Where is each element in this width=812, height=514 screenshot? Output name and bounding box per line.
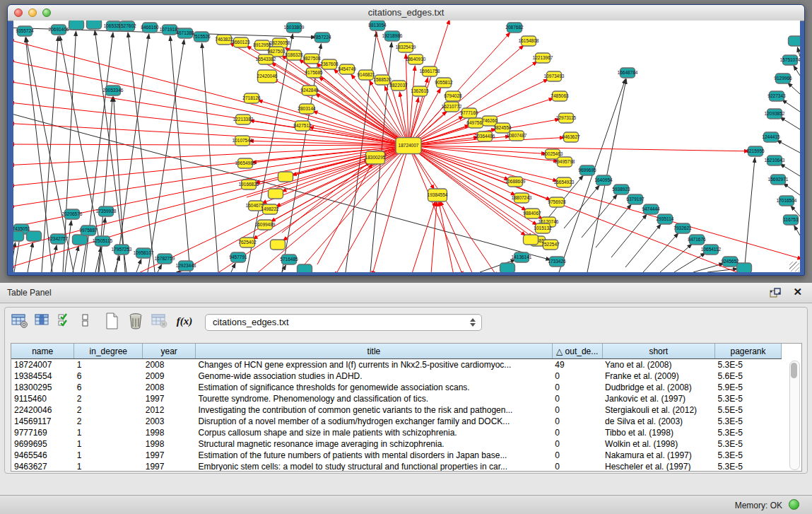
table-cell: Embryonic stem cells: a model to study s… xyxy=(195,461,552,472)
table-cell: 1 xyxy=(74,359,143,371)
table-row[interactable]: 1872400712008Changes of HCN gene express… xyxy=(11,359,782,371)
table-row[interactable]: 1938455462009Genome-wide association stu… xyxy=(11,370,782,382)
table-cell: 2003 xyxy=(143,416,196,427)
table-select-dropdown[interactable]: citations_edges.txt xyxy=(205,314,482,331)
graph-node-label: 19166825 xyxy=(239,182,259,187)
scrollbar-thumb[interactable] xyxy=(791,363,797,378)
graph-node-teal[interactable] xyxy=(13,231,24,241)
graph-node-label: 9756928 xyxy=(548,199,566,204)
graph-node-teal[interactable] xyxy=(737,263,752,272)
table-cell: Dudbridge et al. (2008) xyxy=(602,382,715,393)
graph-node-label: 19495798 xyxy=(555,159,575,164)
graph-node-label: 9457791 xyxy=(229,255,247,259)
table-cell: 0 xyxy=(552,393,602,404)
graph-node-label: 9474444 xyxy=(642,206,660,211)
column-header-short[interactable]: short xyxy=(602,344,715,359)
table-cell: 1 xyxy=(74,450,143,461)
table-panel-header: Table Panel ✕ xyxy=(0,283,812,303)
graph-node-label: 20364486 xyxy=(475,134,495,139)
graph-node-label: 7932621 xyxy=(673,226,692,230)
graph-node-label: 6379197 xyxy=(626,197,645,201)
graph-node-teal[interactable] xyxy=(73,235,88,245)
table-cell: Structural magnetic resonance image aver… xyxy=(195,438,552,450)
table-cell: 5.3E-5 xyxy=(715,359,782,371)
memory-indicator-icon[interactable] xyxy=(789,499,799,510)
graph-node-label: 15751074 xyxy=(780,57,800,62)
graph-node-yellow[interactable] xyxy=(278,172,293,182)
column-visibility-icon[interactable] xyxy=(34,312,52,330)
graph-node-teal[interactable] xyxy=(789,36,801,46)
graph-node-label: 8912955 xyxy=(253,42,271,47)
graph-node-yellow[interactable] xyxy=(524,235,539,245)
column-header-out_de[interactable]: △ out_de... xyxy=(552,344,602,359)
table-cell: 5.3E-5 xyxy=(715,438,782,450)
table-row[interactable]: 911546021997Tourette syndrome. Phenomeno… xyxy=(11,393,782,404)
window-titlebar[interactable]: citations_edges.txt xyxy=(8,5,804,21)
graph-node-label: 16648784 xyxy=(618,70,638,75)
table-cell: 1 xyxy=(74,461,143,472)
graph-node-teal[interactable] xyxy=(27,231,42,241)
graph-node-teal[interactable] xyxy=(69,21,84,30)
selection-mode-icon[interactable] xyxy=(57,312,76,330)
delete-columns-icon[interactable] xyxy=(127,312,146,330)
graph-node-label: 9146821 xyxy=(357,72,375,77)
table-cell: 2012 xyxy=(143,404,196,416)
column-header-in_degree[interactable]: in_degree xyxy=(74,344,143,359)
graph-node-label: 17957253 xyxy=(112,247,132,252)
graph-node-teal[interactable] xyxy=(500,263,515,272)
graph-node-label: 8822037 xyxy=(389,83,408,88)
table-cell: Estimation of significance thresholds fo… xyxy=(195,382,552,393)
graph-node-label: 9699695 xyxy=(578,168,596,173)
table-cell: 0 xyxy=(552,438,602,450)
graph-node-yellow[interactable] xyxy=(271,240,286,250)
network-canvas[interactable]: 1872400718300295193845542242004674638228… xyxy=(13,21,800,272)
window-resize-grip[interactable] xyxy=(789,262,799,271)
graph-node-label: 9245652 xyxy=(721,259,739,264)
table-cell: 2009 xyxy=(143,370,196,382)
table-cell: Wolkin et al. (1998) xyxy=(602,438,715,450)
table-cell: de Silva et al. (2003) xyxy=(602,416,715,427)
column-header-name[interactable]: name xyxy=(11,344,74,359)
row-height-icon[interactable] xyxy=(81,312,99,330)
graph-node-yellow[interactable] xyxy=(269,189,283,199)
column-header-year[interactable]: year xyxy=(143,344,196,359)
table-row[interactable]: 946362711997Embryonic stem cells: a mode… xyxy=(11,461,782,472)
graph-node-label: 19384554 xyxy=(428,192,448,197)
table-row[interactable]: 946554611997Estimation of the future num… xyxy=(11,450,782,461)
graph-node-label: 3824554 xyxy=(493,125,512,130)
table-row[interactable]: 1830029562008Estimation of significance … xyxy=(11,382,782,393)
table-cell: 5.3E-5 xyxy=(715,450,782,461)
table-row[interactable]: 2242004622012Investigating the contribut… xyxy=(11,404,782,416)
table-row[interactable]: 977716911998Corpus callosum shape and si… xyxy=(11,427,782,438)
graph-node-label: 16961758 xyxy=(420,69,440,74)
graph-node-label: 14136141 xyxy=(512,255,532,259)
table-cell: 0 xyxy=(552,427,602,438)
graph-node-label: 5938923 xyxy=(612,187,630,192)
table-cell: 5.3E-5 xyxy=(715,416,782,427)
graph-node-label: 22420046 xyxy=(257,74,278,78)
column-header-pagerank[interactable]: pagerank xyxy=(715,344,782,359)
table-row[interactable]: 969969511998Structural magnetic resonanc… xyxy=(11,438,782,450)
table-scrollbar[interactable] xyxy=(789,361,800,470)
table-panel: Table Panel ✕ xyxy=(0,283,812,495)
float-panel-icon[interactable] xyxy=(770,288,781,298)
close-panel-icon[interactable]: ✕ xyxy=(793,286,802,298)
table-cell: 2008 xyxy=(143,382,196,393)
network-view-window: citations_edges.txt 18724007183002951938… xyxy=(7,4,805,276)
graph-node-teal[interactable] xyxy=(298,264,312,272)
create-column-icon[interactable] xyxy=(104,312,122,330)
table-mode-icon[interactable] xyxy=(11,312,29,330)
table-cell: 22420046 xyxy=(11,404,74,416)
graph-node-teal[interactable] xyxy=(87,21,102,29)
column-header-title[interactable]: title xyxy=(195,344,552,359)
function-builder-icon[interactable]: f(x) xyxy=(174,312,195,330)
graph-node-label: 17016504 xyxy=(777,198,797,203)
graph-node-label: 16099489 xyxy=(255,222,276,227)
graph-node-label: 12213383 xyxy=(233,117,254,122)
table-row[interactable]: 1456911722003Disruption of a novel membe… xyxy=(11,416,782,427)
graph-node-label: 18226058 xyxy=(270,40,290,45)
graph-node-label: 10107544 xyxy=(233,138,253,143)
graph-node-label: 9242848 xyxy=(300,88,319,93)
graph-node-label: 8215955 xyxy=(746,148,765,153)
graph-node-label: 20053346 xyxy=(103,88,124,93)
